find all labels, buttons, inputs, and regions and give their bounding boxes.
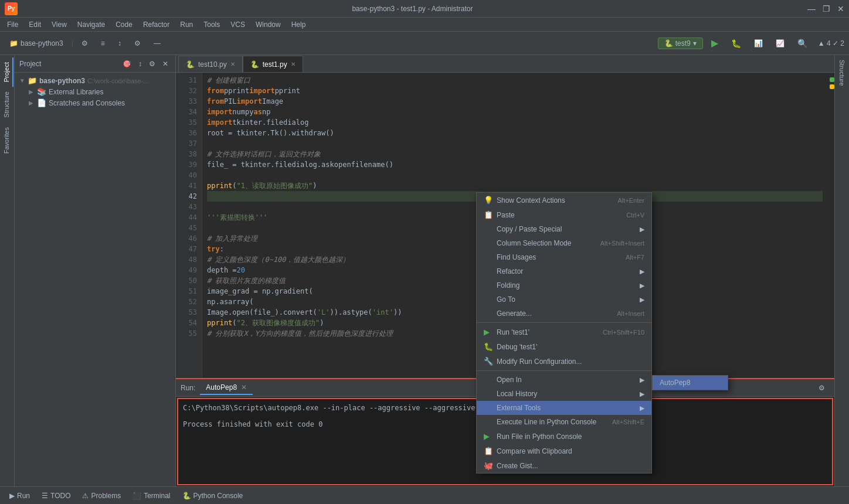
ctx-debug[interactable]: 🐛 Debug 'test1' <box>477 339 651 354</box>
toolbar-btn-4[interactable]: ⚙ <box>130 35 145 52</box>
sidebar-locate-btn[interactable]: 🎯 <box>120 58 134 70</box>
chevron-down-icon: ▾ <box>693 39 697 47</box>
tab-test10[interactable]: 🐍 test10.py ✕ <box>178 56 243 72</box>
ctx-find-usages[interactable]: Find Usages Alt+F7 <box>477 250 651 264</box>
tab-close-test1[interactable]: ✕ <box>291 61 296 67</box>
ctx-refactor-label: Refactor <box>497 267 523 275</box>
toolbar-project-btn[interactable]: 📁 base-python3 <box>5 35 68 52</box>
menu-file[interactable]: File <box>2 19 23 30</box>
right-sidebar: Structure <box>834 55 849 486</box>
profile-button[interactable]: 📈 <box>771 35 789 52</box>
vtab-favorites[interactable]: Favorites <box>1 122 13 158</box>
ctx-local-history[interactable]: Local History ▶ <box>477 387 651 401</box>
toolbar-btn-2[interactable]: ≡ <box>96 35 110 52</box>
sidebar-close-btn[interactable]: ✕ <box>160 58 171 70</box>
menu-view[interactable]: View <box>47 19 72 30</box>
ctx-copy-paste-special[interactable]: Copy / Paste Special ▶ <box>477 222 651 236</box>
ctx-goto-arrow: ▶ <box>640 296 644 304</box>
ctx-create-gist[interactable]: 🐙 Create Gist... <box>477 458 651 473</box>
ctx-show-context-shortcut: Alt+Enter <box>617 197 644 204</box>
coverage-button[interactable]: 📊 <box>749 35 768 52</box>
toolbar-btn-3[interactable]: ↕ <box>113 35 126 52</box>
bottom-tab-close[interactable]: ✕ <box>241 383 247 391</box>
ctx-compare-clipboard[interactable]: 📋 Compare with Clipboard <box>477 444 651 458</box>
app-logo: Py <box>5 2 18 15</box>
run-file-python-icon: ▶ <box>484 432 493 441</box>
lightbulb-icon: 💡 <box>484 196 493 205</box>
context-menu: 💡 Show Context Actions Alt+Enter 📋 Paste… <box>476 192 652 474</box>
ctx-create-gist-label: Create Gist... <box>497 462 538 470</box>
tree-item-ext-lib[interactable]: ▶ 📚 External Libraries <box>15 86 175 97</box>
maximize-button[interactable]: ❐ <box>823 4 830 13</box>
ctx-run-file-python-label: Run File in Python Console <box>497 433 582 441</box>
ctx-external-tools[interactable]: External Tools ▶ <box>477 401 651 415</box>
ctx-paste[interactable]: 📋 Paste Ctrl+V <box>477 207 651 222</box>
taskbar-python-console[interactable]: 🐍 Python Console <box>178 489 248 502</box>
folder-icon: 📁 <box>9 39 18 47</box>
tab-test1[interactable]: 🐍 test1.py ✕ <box>243 56 303 72</box>
vtab-structure[interactable]: Structure <box>1 87 13 122</box>
ctx-generate-label: Generate... <box>497 309 532 318</box>
menu-window[interactable]: Window <box>251 19 286 30</box>
ctx-open-in[interactable]: Open In ▶ <box>477 373 651 387</box>
ctx-run[interactable]: ▶ Run 'test1' Ctrl+Shift+F10 <box>477 325 651 339</box>
run-button[interactable]: ▶ <box>707 35 723 52</box>
menu-help[interactable]: Help <box>287 19 311 30</box>
ctx-external-tools-label: External Tools <box>497 404 541 412</box>
ctx-compare-label: Compare with Clipboard <box>497 447 572 455</box>
python-console-icon: 🐍 <box>182 492 191 500</box>
toolbar-btn-5[interactable]: — <box>149 35 165 52</box>
ctx-copy-paste-arrow: ▶ <box>640 226 644 233</box>
external-tools-submenu: AutoPep8 <box>652 375 728 390</box>
ctx-goto[interactable]: Go To ▶ <box>477 292 651 307</box>
taskbar-problems[interactable]: ⚠ Problems <box>77 489 125 502</box>
main-area: Project Structure Favorites Project 🎯 ↕ … <box>0 55 849 486</box>
ctx-run-file-python[interactable]: ▶ Run File in Python Console <box>477 429 651 444</box>
ctx-refactor[interactable]: Refactor ▶ <box>477 264 651 278</box>
menu-vcs[interactable]: VCS <box>226 19 250 30</box>
submenu-autopep8[interactable]: AutoPep8 <box>653 376 728 390</box>
title-bar-title: base-python3 - test1.py - Administrator <box>352 5 473 13</box>
autopep8-label: AutoPep8 <box>660 379 691 387</box>
sidebar-settings-btn[interactable]: ⚙ <box>147 58 158 70</box>
vtab-project[interactable]: Project <box>1 57 13 87</box>
sidebar-expand-btn[interactable]: ↕ <box>136 58 144 70</box>
ctx-copy-paste-label: Copy / Paste Special <box>497 225 562 233</box>
right-vtab-structure[interactable]: Structure <box>836 55 848 91</box>
search-everywhere-button[interactable]: 🔍 <box>793 35 812 52</box>
debug-button[interactable]: 🐛 <box>726 35 746 52</box>
gutter-mark-1 <box>830 77 834 82</box>
tree-item-root[interactable]: ▼ 📁 base-python3 C:\work-code\base-... <box>15 75 175 86</box>
tab-close-test10[interactable]: ✕ <box>230 61 235 67</box>
taskbar-run[interactable]: ▶ Run <box>5 489 35 502</box>
menu-edit[interactable]: Edit <box>24 19 46 30</box>
tree-item-scratches[interactable]: ▶ 📄 Scratches and Consoles <box>15 97 175 108</box>
bottom-settings-btn[interactable]: ⚙ <box>814 382 830 394</box>
ctx-column-shortcut: Alt+Shift+Insert <box>600 240 644 247</box>
menu-run[interactable]: Run <box>175 19 198 30</box>
ctx-folding[interactable]: Folding ▶ <box>477 278 651 292</box>
menu-refactor[interactable]: Refactor <box>138 19 174 30</box>
menu-code[interactable]: Code <box>111 19 137 30</box>
tree-label-ext: External Libraries <box>49 88 103 96</box>
close-button[interactable]: ✕ <box>837 4 844 13</box>
menu-tools[interactable]: Tools <box>199 19 225 30</box>
sync-icon: ↕ <box>118 39 121 47</box>
ctx-generate[interactable]: Generate... Alt+Insert <box>477 307 651 321</box>
ctx-column-selection[interactable]: Column Selection Mode Alt+Shift+Insert <box>477 236 651 250</box>
menu-navigate[interactable]: Navigate <box>73 19 110 30</box>
ctx-refactor-arrow: ▶ <box>640 268 644 275</box>
terminal-icon: ⬛ <box>133 492 141 500</box>
ctx-sep-2 <box>477 370 651 371</box>
toolbar-btn-1[interactable]: ⚙ <box>77 35 93 52</box>
minimize-button[interactable]: — <box>807 4 816 13</box>
run-config-dropdown[interactable]: 🐍 test9 ▾ <box>658 38 703 49</box>
bottom-tab-autopep8[interactable]: AutoPep8 ✕ <box>200 381 253 395</box>
taskbar-todo[interactable]: ☰ TODO <box>37 489 75 502</box>
ctx-execute-line[interactable]: Execute Line in Python Console Alt+Shift… <box>477 415 651 429</box>
ctx-debug-label: Debug 'test1' <box>497 343 537 351</box>
ctx-show-context-actions[interactable]: 💡 Show Context Actions Alt+Enter <box>477 193 651 207</box>
taskbar-terminal[interactable]: ⬛ Terminal <box>128 489 175 502</box>
ctx-modify-run-config[interactable]: 🔧 Modify Run Configuration... <box>477 354 651 369</box>
title-bar-controls[interactable]: — ❐ ✕ <box>807 4 844 13</box>
